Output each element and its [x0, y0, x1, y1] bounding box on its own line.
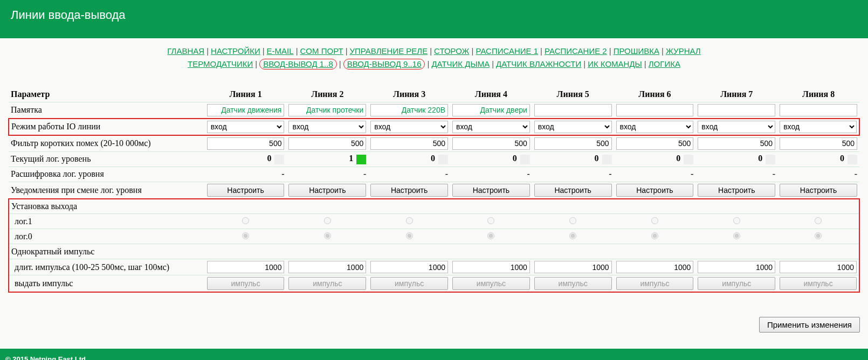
col-line-4: Линия 4 — [450, 87, 532, 102]
filter-input[interactable] — [698, 137, 775, 150]
pulse-duration-input[interactable] — [207, 261, 285, 273]
col-line-2: Линия 2 — [286, 87, 368, 102]
nav-link[interactable]: ВВОД-ВЫВОД 9..16 — [343, 59, 425, 70]
output-log1-radio[interactable] — [242, 217, 249, 224]
apply-wrap: Применить изменения — [0, 303, 868, 349]
level-indicator — [274, 155, 284, 164]
filter-input[interactable] — [780, 137, 857, 150]
memo-input[interactable] — [452, 104, 530, 116]
mode-select[interactable]: вход — [207, 121, 285, 133]
output-log0-radio[interactable] — [487, 232, 494, 239]
notify-button[interactable]: Настроить — [288, 184, 366, 197]
decode-value: - — [368, 167, 450, 182]
nav-link[interactable]: СТОРОЖ — [434, 46, 469, 56]
output-log1-radio[interactable] — [733, 217, 740, 224]
decode-value: - — [205, 167, 287, 182]
pulse-duration-input[interactable] — [370, 261, 448, 273]
filter-input[interactable] — [534, 137, 612, 150]
output-log1-radio[interactable] — [406, 217, 413, 224]
mode-select[interactable]: вход — [616, 121, 694, 133]
output-log0-radio[interactable] — [815, 232, 822, 239]
memo-input[interactable] — [370, 104, 448, 116]
level-value: 0 — [758, 154, 762, 163]
pulse-duration-input[interactable] — [452, 261, 530, 273]
nav-link[interactable]: ЖУРНАЛ — [666, 46, 701, 56]
nav-separator: | — [659, 46, 666, 56]
pulse-duration-input[interactable] — [698, 261, 775, 273]
nav-link[interactable]: ГЛАВНАЯ — [167, 46, 204, 56]
memo-input[interactable] — [288, 104, 366, 116]
memo-input[interactable] — [534, 104, 612, 116]
nav-link[interactable]: ИК КОМАНДЫ — [588, 59, 642, 68]
emit-pulse-button[interactable]: импульс — [616, 277, 694, 290]
mode-select[interactable]: вход — [534, 121, 612, 133]
col-line-5: Линия 5 — [532, 87, 614, 102]
output-log0-radio[interactable] — [406, 232, 413, 239]
memo-input[interactable] — [207, 104, 285, 116]
nav-link[interactable]: ПРОШИВКА — [614, 46, 659, 56]
emit-pulse-button[interactable]: импульс — [452, 277, 530, 290]
pulse-duration-input[interactable] — [534, 261, 612, 273]
nav-link[interactable]: ТЕРМОДАТЧИКИ — [188, 59, 253, 68]
notify-button[interactable]: Настроить — [370, 184, 448, 197]
output-log1-radio[interactable] — [324, 217, 331, 224]
pulse-duration-input[interactable] — [616, 261, 694, 273]
output-log1-radio[interactable] — [815, 217, 822, 224]
output-log0-radio[interactable] — [324, 232, 331, 239]
pulse-duration-input[interactable] — [780, 261, 857, 273]
emit-pulse-button[interactable]: импульс — [288, 277, 366, 290]
memo-input[interactable] — [780, 104, 857, 116]
nav-link[interactable]: УПРАВЛЕНИЕ РЕЛЕ — [350, 46, 428, 56]
filter-input[interactable] — [370, 137, 448, 150]
page-title: Линии ввода-вывода — [11, 8, 126, 22]
output-log0-radio[interactable] — [651, 232, 658, 239]
nav-separator: | — [428, 46, 434, 56]
notify-button[interactable]: Настроить — [207, 184, 285, 197]
filter-input[interactable] — [616, 137, 694, 150]
nav-link[interactable]: E-MAIL — [267, 46, 294, 56]
emit-pulse-button[interactable]: импульс — [534, 277, 612, 290]
memo-input[interactable] — [616, 104, 694, 116]
level-value: 0 — [267, 154, 271, 163]
nav-separator: | — [294, 46, 300, 56]
col-line-7: Линия 7 — [695, 87, 777, 102]
emit-pulse-button[interactable]: импульс — [698, 277, 775, 290]
filter-input[interactable] — [207, 137, 285, 150]
nav-link[interactable]: ДАТЧИК ВЛАЖНОСТИ — [496, 59, 581, 68]
nav-link[interactable]: РАСПИСАНИЕ 1 — [476, 46, 538, 56]
mode-select[interactable]: вход — [370, 121, 448, 133]
nav-link[interactable]: НАСТРОЙКИ — [211, 46, 260, 56]
nav-link[interactable]: ЛОГИКА — [649, 59, 680, 68]
output-log0-radio[interactable] — [733, 232, 740, 239]
filter-input[interactable] — [288, 137, 366, 150]
nav-link[interactable]: COM ПОРТ — [300, 46, 343, 56]
nav-link[interactable]: РАСПИСАНИЕ 2 — [545, 46, 607, 56]
emit-pulse-button[interactable]: импульс — [370, 277, 448, 290]
notify-button[interactable]: Настроить — [698, 184, 775, 197]
notify-button[interactable]: Настроить — [616, 184, 694, 197]
output-log0-radio[interactable] — [242, 232, 249, 239]
notify-button[interactable]: Настроить — [780, 184, 857, 197]
nav-link[interactable]: ДАТЧИК ДЫМА — [431, 59, 490, 68]
output-log0-radio[interactable] — [569, 232, 576, 239]
emit-pulse-button[interactable]: импульс — [780, 277, 857, 290]
mode-select[interactable]: вход — [780, 121, 857, 133]
page-header: Линии ввода-вывода — [0, 0, 868, 38]
mode-select[interactable]: вход — [288, 121, 366, 133]
io-table: Параметр Линия 1 Линия 2 Линия 3 Линия 4… — [8, 87, 860, 293]
mode-select[interactable]: вход — [698, 121, 775, 133]
output-log1-radio[interactable] — [487, 217, 494, 224]
pulse-duration-input[interactable] — [288, 261, 366, 273]
filter-input[interactable] — [452, 137, 530, 150]
output-log1-radio[interactable] — [569, 217, 576, 224]
memo-input[interactable] — [698, 104, 775, 116]
nav-link[interactable]: ВВОД-ВЫВОД 1..8 — [259, 59, 336, 70]
nav-separator: | — [642, 59, 649, 68]
output-log1-radio[interactable] — [651, 217, 658, 224]
notify-button[interactable]: Настроить — [534, 184, 612, 197]
apply-button[interactable]: Применить изменения — [759, 317, 860, 333]
mode-select[interactable]: вход — [452, 121, 530, 133]
decode-value: - — [532, 167, 614, 182]
notify-button[interactable]: Настроить — [452, 184, 530, 197]
emit-pulse-button[interactable]: импульс — [207, 277, 285, 290]
